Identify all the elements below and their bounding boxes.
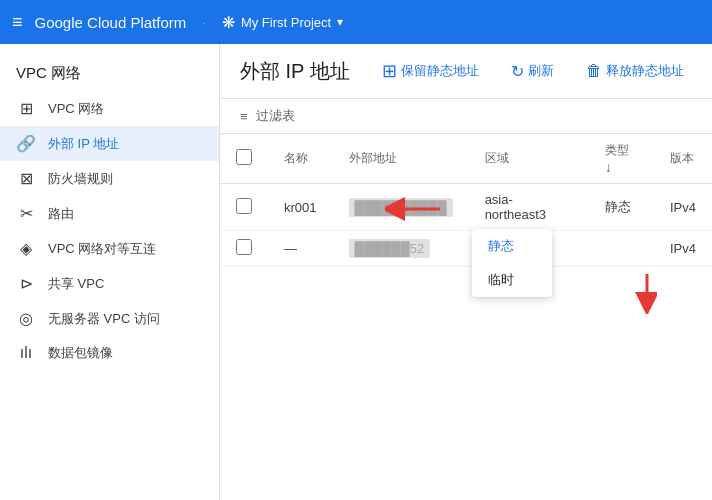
cell-type: [589, 231, 654, 267]
project-selector[interactable]: ❋ My First Project ▾: [222, 13, 343, 32]
add-icon: ⊞: [382, 60, 397, 82]
sidebar-item-packet-mirror[interactable]: ılı 数据包镜像: [0, 336, 219, 370]
sidebar-item-vpc-peering[interactable]: ◈ VPC 网络对等互连: [0, 231, 219, 266]
cell-name: kr001: [268, 184, 333, 231]
refresh-btn-label: 刷新: [528, 62, 554, 80]
col-version: 版本: [654, 134, 712, 184]
page-title: 外部 IP 地址: [240, 58, 358, 85]
release-static-button[interactable]: 🗑 释放静态地址: [578, 58, 692, 84]
table-area: 名称 外部地址 区域 类型 ↓ 版本 kr001 ███████: [220, 134, 712, 500]
sidebar-item-firewall[interactable]: ⊠ 防火墙规则: [0, 161, 219, 196]
link-icon: 🔗: [16, 134, 36, 153]
sidebar-title: VPC 网络: [0, 52, 219, 91]
sidebar-item-label: 共享 VPC: [48, 275, 104, 293]
main-layout: VPC 网络 ⊞ VPC 网络 🔗 外部 IP 地址 ⊠ 防火墙规则 ✂ 路由 …: [0, 44, 712, 500]
serverless-icon: ◎: [16, 309, 36, 328]
app-logo: Google Cloud Platform: [35, 14, 187, 31]
sidebar-item-label: 数据包镜像: [48, 344, 113, 362]
type-dropdown-menu: 静态 临时: [472, 229, 552, 297]
cell-address: ██████52: [333, 231, 469, 267]
sidebar-item-shared-vpc[interactable]: ⊳ 共享 VPC: [0, 266, 219, 301]
project-icon: ❋: [222, 13, 235, 32]
header-divider: ·: [202, 15, 206, 30]
table-row: — ██████52 us-west1 IPv4: [220, 231, 712, 267]
filter-row: ≡ 过滤表: [220, 99, 712, 134]
grid-icon: ⊞: [16, 99, 36, 118]
table-row: kr001 ██████████ asia-northeast3 静态 IPv4: [220, 184, 712, 231]
cell-name: —: [268, 231, 333, 267]
mirror-icon: ılı: [16, 344, 36, 362]
sidebar-item-label: 外部 IP 地址: [48, 135, 119, 153]
cell-type: 静态: [589, 184, 654, 231]
ip-table: 名称 外部地址 区域 类型 ↓ 版本 kr001 ███████: [220, 134, 712, 267]
firewall-icon: ⊠: [16, 169, 36, 188]
main-content: 外部 IP 地址 ⊞ 保留静态地址 ↻ 刷新 🗑 释放静态地址 ≡ 过滤表: [220, 44, 712, 500]
col-region: 区域: [469, 134, 589, 184]
reserve-btn-label: 保留静态地址: [401, 62, 479, 80]
col-name: 名称: [268, 134, 333, 184]
dropdown-item-temp[interactable]: 临时: [472, 263, 552, 297]
sidebar-item-label: 无服务器 VPC 访问: [48, 310, 160, 328]
refresh-button[interactable]: ↻ 刷新: [503, 58, 562, 85]
project-name: My First Project: [241, 15, 331, 30]
annotation-arrow-1: [385, 194, 445, 224]
scissors-icon: ✂: [16, 204, 36, 223]
sidebar-item-label: 路由: [48, 205, 74, 223]
sidebar-item-vpc-network[interactable]: ⊞ VPC 网络: [0, 91, 219, 126]
sidebar: VPC 网络 ⊞ VPC 网络 🔗 外部 IP 地址 ⊠ 防火墙规则 ✂ 路由 …: [0, 44, 220, 500]
trash-icon: 🗑: [586, 62, 602, 80]
dropdown-item-static[interactable]: 静态: [472, 229, 552, 263]
filter-label: 过滤表: [256, 107, 295, 125]
sidebar-item-external-ip[interactable]: 🔗 外部 IP 地址: [0, 126, 219, 161]
sidebar-item-label: VPC 网络: [48, 100, 104, 118]
peering-icon: ◈: [16, 239, 36, 258]
chevron-down-icon: ▾: [337, 15, 343, 29]
hamburger-menu-icon[interactable]: ≡: [12, 12, 23, 33]
sidebar-item-label: VPC 网络对等互连: [48, 240, 156, 258]
filter-icon: ≡: [240, 109, 248, 124]
cell-region: asia-northeast3: [469, 184, 589, 231]
cell-version: IPv4: [654, 231, 712, 267]
select-all-checkbox[interactable]: [236, 149, 252, 165]
reserve-static-button[interactable]: ⊞ 保留静态地址: [374, 56, 487, 86]
col-type[interactable]: 类型 ↓: [589, 134, 654, 184]
app-header: ≡ Google Cloud Platform · ❋ My First Pro…: [0, 0, 712, 44]
sidebar-item-serverless-vpc[interactable]: ◎ 无服务器 VPC 访问: [0, 301, 219, 336]
col-address: 外部地址: [333, 134, 469, 184]
annotation-arrow-2: [597, 264, 657, 314]
sidebar-item-routes[interactable]: ✂ 路由: [0, 196, 219, 231]
toolbar: 外部 IP 地址 ⊞ 保留静态地址 ↻ 刷新 🗑 释放静态地址: [220, 44, 712, 99]
sort-icon: ↓: [605, 159, 612, 175]
cell-version: IPv4: [654, 184, 712, 231]
shared-icon: ⊳: [16, 274, 36, 293]
row-checkbox[interactable]: [236, 198, 252, 214]
row-checkbox[interactable]: [236, 239, 252, 255]
refresh-icon: ↻: [511, 62, 524, 81]
sidebar-item-label: 防火墙规则: [48, 170, 113, 188]
release-btn-label: 释放静态地址: [606, 62, 684, 80]
